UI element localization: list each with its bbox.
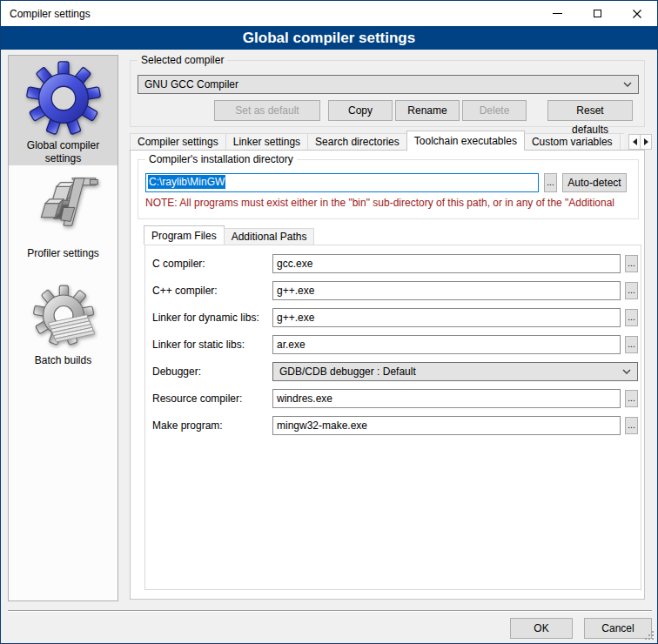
auto-detect-button[interactable]: Auto-detect <box>562 173 627 192</box>
delete-button[interactable]: Delete <box>462 100 527 121</box>
make-program-input[interactable] <box>272 416 621 435</box>
sidebar-item-profiler-settings[interactable]: Profiler settings <box>9 165 118 260</box>
copy-button[interactable]: Copy <box>328 100 393 121</box>
c-compiler-input[interactable] <box>272 254 621 273</box>
titlebar[interactable]: Compiler settings <box>1 1 657 26</box>
tab-scroll-buttons <box>629 134 652 150</box>
tab-scroll-left-button[interactable] <box>628 134 641 150</box>
rename-button[interactable]: Rename <box>395 100 460 121</box>
window-controls <box>537 1 657 26</box>
reset-defaults-button[interactable]: Reset defaults <box>547 100 633 121</box>
installation-directory-note: NOTE: All programs must exist either in … <box>145 197 638 209</box>
tab-scroll-right-button[interactable] <box>640 134 652 150</box>
installation-directory-group-label: Compiler's installation directory <box>145 153 297 165</box>
resize-grip[interactable] <box>643 629 655 641</box>
compiler-select-value: GNU GCC Compiler <box>144 78 623 91</box>
make-program-row: Make program: ... <box>152 416 635 435</box>
installation-directory-group: Compiler's installation directory C:\ray… <box>138 159 639 219</box>
tab-additional-paths[interactable]: Additional Paths <box>224 228 315 245</box>
set-as-default-button[interactable]: Set as default <box>214 100 320 121</box>
c-compiler-browse-button[interactable]: ... <box>625 255 638 272</box>
dynamic-linker-row: Linker for dynamic libs: ... <box>152 308 635 327</box>
cpp-compiler-row: C++ compiler: ... <box>152 281 635 300</box>
dynamic-linker-label: Linker for dynamic libs: <box>152 312 259 324</box>
static-linker-input[interactable] <box>272 335 621 354</box>
window-title: Compiler settings <box>10 8 91 20</box>
sidebar-item-label: Global compiler settings <box>18 139 109 165</box>
c-compiler-row: C compiler: ... <box>152 254 635 273</box>
tab-toolchain-executables[interactable]: Toolchain executables <box>406 131 525 151</box>
gray-gear-stack-icon <box>30 283 97 351</box>
tab-linker-settings[interactable]: Linker settings <box>225 133 308 151</box>
arrow-right-icon <box>644 138 648 145</box>
static-linker-label: Linker for static libs: <box>152 339 245 351</box>
installation-directory-selected-text: C:\raylib\MinGW <box>148 175 225 189</box>
settings-tabs: Compiler settings Linker settings Search… <box>130 131 624 151</box>
maximize-button[interactable] <box>577 1 617 26</box>
debugger-select-value: GDB/CDB debugger : Default <box>279 366 622 378</box>
caliper-icon <box>29 174 98 244</box>
make-program-browse-button[interactable]: ... <box>625 417 638 434</box>
dynamic-linker-browse-button[interactable]: ... <box>625 309 638 326</box>
program-files-panel: C compiler: ... C++ compiler: ... Linker… <box>144 245 641 590</box>
footer-separator <box>8 610 652 612</box>
toolchain-executables-panel: Compiler's installation directory C:\ray… <box>130 150 645 600</box>
chevron-down-icon <box>622 369 631 374</box>
page-title: Global compiler settings <box>1 26 657 50</box>
sidebar-item-label: Batch builds <box>18 354 109 367</box>
settings-tabbar: Compiler settings Linker settings Search… <box>130 131 652 151</box>
resource-compiler-input[interactable] <box>272 389 621 408</box>
chevron-down-icon <box>623 82 632 87</box>
maximize-icon <box>594 10 601 17</box>
selected-compiler-group: Selected compiler GNU GCC Compiler Set a… <box>130 60 645 127</box>
compiler-select[interactable]: GNU GCC Compiler <box>138 75 639 94</box>
cpp-compiler-browse-button[interactable]: ... <box>625 282 638 299</box>
blue-gear-icon <box>25 61 102 136</box>
arrow-left-icon <box>633 138 637 145</box>
program-tabs: Program Files Additional Paths <box>144 225 314 245</box>
tab-build-options[interactable]: Build options <box>620 133 624 151</box>
settings-category-sidebar: Global compiler settings <box>8 55 118 601</box>
dynamic-linker-input[interactable] <box>272 308 621 327</box>
tab-program-files[interactable]: Program Files <box>144 225 225 245</box>
selected-compiler-group-label: Selected compiler <box>138 54 227 66</box>
static-linker-row: Linker for static libs: ... <box>152 335 635 354</box>
close-icon <box>632 9 642 19</box>
cpp-compiler-label: C++ compiler: <box>152 285 218 297</box>
close-button[interactable] <box>617 1 657 26</box>
debugger-label: Debugger: <box>152 366 201 378</box>
minimize-icon <box>553 13 562 14</box>
c-compiler-label: C compiler: <box>152 258 205 270</box>
sidebar-item-global-compiler-settings[interactable]: Global compiler settings <box>9 56 118 165</box>
tab-custom-variables[interactable]: Custom variables <box>524 133 621 151</box>
cpp-compiler-input[interactable] <box>272 281 621 300</box>
resource-compiler-row: Resource compiler: ... <box>152 389 635 408</box>
tab-search-directories[interactable]: Search directories <box>307 133 407 151</box>
make-program-label: Make program: <box>152 419 223 432</box>
ok-button[interactable]: OK <box>510 618 573 639</box>
compiler-settings-dialog: Compiler settings Global compiler settin… <box>0 0 658 644</box>
sidebar-item-label: Profiler settings <box>18 247 109 260</box>
resource-compiler-browse-button[interactable]: ... <box>625 390 638 407</box>
tab-compiler-settings[interactable]: Compiler settings <box>130 133 226 151</box>
compiler-action-buttons: Set as default Copy Rename Delete Reset … <box>131 100 644 121</box>
cancel-button[interactable]: Cancel <box>584 618 652 639</box>
debugger-row: Debugger: GDB/CDB debugger : Default <box>152 362 635 381</box>
sidebar-item-batch-builds[interactable]: Batch builds <box>9 260 118 367</box>
installation-directory-browse-button[interactable]: ... <box>544 173 557 192</box>
debugger-select[interactable]: GDB/CDB debugger : Default <box>272 362 638 381</box>
static-linker-browse-button[interactable]: ... <box>625 336 638 353</box>
minimize-button[interactable] <box>537 1 577 26</box>
resource-compiler-label: Resource compiler: <box>152 392 242 405</box>
installation-directory-input[interactable]: C:\raylib\MinGW <box>145 173 539 192</box>
